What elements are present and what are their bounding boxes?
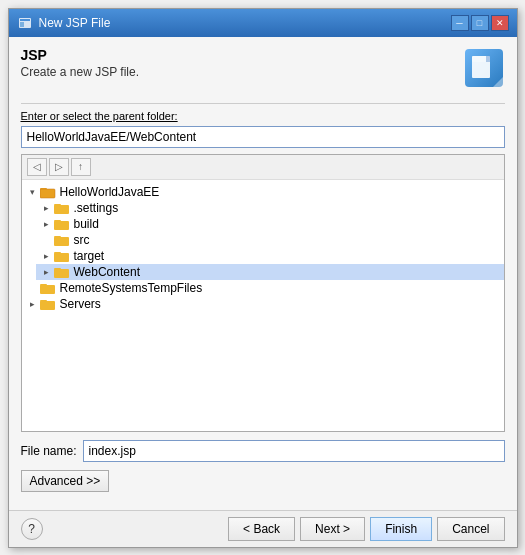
folder-section: Enter or select the parent folder: — [21, 110, 505, 154]
header-icon — [463, 47, 505, 89]
svg-rect-20 — [40, 284, 47, 286]
bottom-bar: ? < Back Next > Finish Cancel — [9, 510, 517, 547]
folder-icon-settings — [54, 201, 70, 215]
folder-icon-target — [54, 249, 70, 263]
svg-rect-11 — [54, 221, 69, 230]
svg-rect-16 — [54, 252, 61, 254]
tree-row-src[interactable]: src — [36, 232, 504, 248]
svg-rect-10 — [54, 204, 61, 206]
next-button[interactable]: Next > — [300, 517, 365, 541]
tree-label-servers: Servers — [60, 297, 101, 311]
tree-back-button[interactable]: ◁ — [27, 158, 47, 176]
header-divider — [21, 103, 505, 104]
title-bar: New JSP File ─ □ ✕ — [9, 9, 517, 37]
minimize-button[interactable]: ─ — [451, 15, 469, 31]
advanced-button[interactable]: Advanced >> — [21, 470, 110, 492]
toggle-build: ▸ — [40, 217, 54, 231]
svg-rect-15 — [54, 253, 69, 262]
svg-rect-19 — [40, 285, 55, 294]
tree-row-target[interactable]: ▸ target — [36, 248, 504, 264]
tree-label-helloworldjavaee: HelloWorldJavaEE — [60, 185, 160, 199]
tree-forward-button[interactable]: ▷ — [49, 158, 69, 176]
toggle-helloworldjavaee: ▾ — [26, 185, 40, 199]
toggle-settings: ▸ — [40, 201, 54, 215]
svg-rect-17 — [54, 269, 69, 278]
window-icon — [17, 15, 33, 31]
folder-icon-helloworldjavaee — [40, 185, 56, 199]
folder-icon-servers — [40, 297, 56, 311]
content-area: JSP Create a new JSP file. Enter or sele… — [9, 37, 517, 510]
svg-rect-9 — [54, 205, 69, 214]
maximize-button[interactable]: □ — [471, 15, 489, 31]
file-name-label: File name: — [21, 444, 77, 458]
close-button[interactable]: ✕ — [491, 15, 509, 31]
file-name-input[interactable] — [83, 440, 505, 462]
header-text: JSP Create a new JSP file. — [21, 47, 140, 79]
action-buttons: < Back Next > Finish Cancel — [228, 517, 504, 541]
tree-row-webcontent[interactable]: ▸ WebContent — [36, 264, 504, 280]
back-button[interactable]: < Back — [228, 517, 295, 541]
tree-row-helloworldjavaee[interactable]: ▾ HelloWorldJavaEE — [22, 184, 504, 200]
folder-label: Enter or select the parent folder: — [21, 110, 505, 122]
svg-rect-2 — [20, 22, 24, 27]
jsp-file-icon — [465, 49, 503, 87]
cancel-button[interactable]: Cancel — [437, 517, 504, 541]
tree-label-src: src — [74, 233, 90, 247]
folder-icon-remotesystems — [40, 281, 56, 295]
main-window: New JSP File ─ □ ✕ JSP Create a new JSP … — [8, 8, 518, 548]
title-bar-buttons: ─ □ ✕ — [451, 15, 509, 31]
tree-up-button[interactable]: ↑ — [71, 158, 91, 176]
window-title: New JSP File — [39, 16, 111, 30]
folder-icon-webcontent — [54, 265, 70, 279]
title-bar-left: New JSP File — [17, 15, 111, 31]
toggle-servers: ▸ — [26, 297, 40, 311]
tree-row-settings[interactable]: ▸ .settings — [36, 200, 504, 216]
header-title: JSP — [21, 47, 140, 63]
tree-label-remotesystems: RemoteSystemsTempFiles — [60, 281, 203, 295]
toggle-target: ▸ — [40, 249, 54, 263]
finish-button[interactable]: Finish — [370, 517, 432, 541]
tree-label-build: build — [74, 217, 99, 231]
tree-content: ▾ HelloWorldJavaEE ▸ — [22, 180, 504, 316]
help-button[interactable]: ? — [21, 518, 43, 540]
header-subtitle: Create a new JSP file. — [21, 65, 140, 79]
svg-rect-6 — [40, 189, 55, 198]
tree-label-target: target — [74, 249, 105, 263]
tree-row-remotesystems[interactable]: RemoteSystemsTempFiles — [22, 280, 504, 296]
tree-toolbar: ◁ ▷ ↑ — [22, 155, 504, 180]
svg-marker-5 — [486, 56, 490, 62]
tree-row-build[interactable]: ▸ build — [36, 216, 504, 232]
tree-label-webcontent: WebContent — [74, 265, 141, 279]
tree-label-settings: .settings — [74, 201, 119, 215]
svg-rect-18 — [54, 268, 61, 270]
folder-tree: ◁ ▷ ↑ ▾ HelloWorldJavaEE — [21, 154, 505, 432]
file-name-row: File name: — [21, 440, 505, 462]
tree-row-servers[interactable]: ▸ Servers — [22, 296, 504, 312]
toggle-webcontent: ▸ — [40, 265, 54, 279]
bottom-section: File name: Advanced >> — [21, 440, 505, 500]
svg-rect-22 — [40, 300, 47, 302]
svg-rect-21 — [40, 301, 55, 310]
folder-icon-build — [54, 217, 70, 231]
folder-icon-src — [54, 233, 70, 247]
svg-rect-1 — [20, 19, 30, 21]
folder-path-input[interactable] — [21, 126, 505, 148]
svg-rect-14 — [54, 236, 61, 238]
svg-rect-13 — [54, 237, 69, 246]
svg-rect-12 — [54, 220, 61, 222]
header-section: JSP Create a new JSP file. — [21, 47, 505, 89]
